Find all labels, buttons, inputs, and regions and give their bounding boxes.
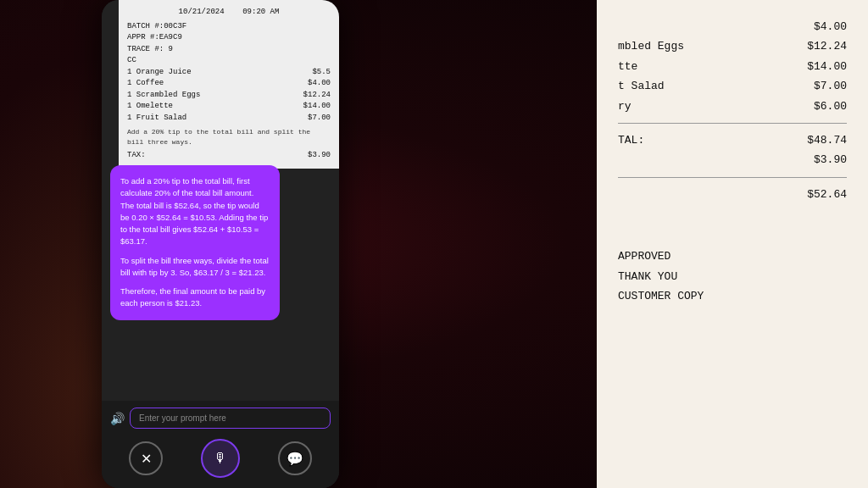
- speaker-icon: 🔊: [110, 412, 125, 425]
- close-icon: ✕: [141, 451, 152, 467]
- approved-line1: APPROVED: [618, 247, 847, 266]
- right-item-2: tte$14.00: [618, 57, 847, 76]
- receipt-tax: TAX: $3.90: [127, 150, 331, 162]
- right-tax: $3.90: [618, 150, 847, 169]
- right-item-0: $4.00: [618, 17, 847, 36]
- receipt-item-1: 1 Orange Juice$5.5: [127, 67, 331, 79]
- approved-section: APPROVED THANK YOU CUSTOMER COPY: [618, 247, 847, 306]
- receipt-appr: APPR #:EA9C9: [127, 32, 331, 44]
- receipt-divider-1: [618, 123, 847, 124]
- approved-line3: CUSTOMER COPY: [618, 286, 847, 306]
- phone-receipt-overlay: 10/21/2024 09:20 AM BATCH #:00C3F APPR #…: [119, 0, 339, 169]
- receipt-item-2: 1 Coffee$4.00: [127, 78, 331, 90]
- receipt-time: 09:20 AM: [242, 8, 279, 16]
- receipt-item-5: 1 Fruit Salad$7.00: [127, 113, 331, 125]
- receipt-query: Add a 20% tip to the total bill and spli…: [127, 127, 331, 147]
- phone-screen: 10/21/2024 09:20 AM BATCH #:00C3F APPR #…: [102, 0, 339, 488]
- right-item-1: mbled Eggs$12.24: [618, 36, 847, 56]
- right-item-4: ry$6.00: [618, 97, 847, 116]
- mic-button[interactable]: 🎙: [201, 439, 240, 478]
- receipt-batch: BATCH #:00C3F: [127, 21, 331, 33]
- mic-icon: 🎙: [214, 451, 227, 466]
- right-item-3: t Salad$7.00: [618, 76, 847, 96]
- chat-icon: 💬: [287, 451, 303, 467]
- close-button[interactable]: ✕: [129, 441, 163, 475]
- right-grand-total: $52.64: [618, 185, 847, 204]
- action-buttons: ✕ 🎙 💬: [110, 435, 331, 481]
- receipt-divider-2: [618, 177, 847, 178]
- ai-response-bubble: To add a 20% tip to the total bill, firs…: [110, 165, 280, 320]
- chat-button[interactable]: 💬: [278, 441, 312, 475]
- prompt-row: 🔊: [110, 408, 331, 429]
- receipt-item-3: 1 Scrambled Eggs$12.24: [127, 90, 331, 102]
- approved-line2: THANK YOU: [618, 267, 847, 286]
- prompt-input[interactable]: [130, 408, 331, 429]
- ai-paragraph-2: To split the bill three ways, divide the…: [120, 255, 270, 280]
- ai-paragraph-3: Therefore, the final amount to be paid b…: [120, 286, 270, 310]
- receipt-payment: CC: [127, 55, 331, 67]
- right-receipt-display: $4.00 mbled Eggs$12.24 tte$14.00 t Salad…: [597, 0, 868, 488]
- receipt-trace: TRACE #: 9: [127, 44, 331, 56]
- ai-paragraph-1: To add a 20% tip to the total bill, firs…: [120, 175, 270, 248]
- receipt-item-4: 1 Omelette$14.00: [127, 101, 331, 113]
- camera-view: 10/21/2024 09:20 AM BATCH #:00C3F APPR #…: [102, 0, 339, 401]
- right-total: TAL: $48.74: [618, 130, 847, 150]
- bottom-controls: 🔊 ✕ 🎙 💬: [102, 401, 339, 488]
- phone-device: 10/21/2024 09:20 AM BATCH #:00C3F APPR #…: [102, 0, 339, 488]
- receipt-date: 10/21/2024: [179, 8, 225, 16]
